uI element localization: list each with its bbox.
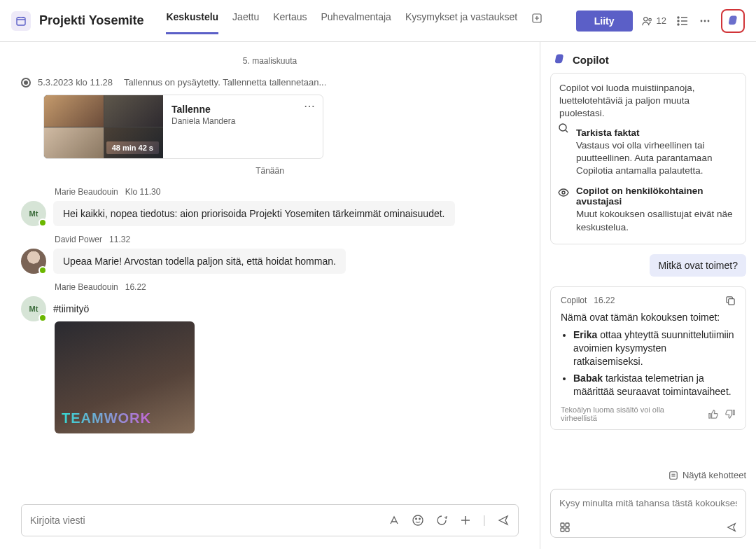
reply-author: Copilot [561,296,587,305]
system-time: 5.3.2023 klo 11.28 [38,77,113,88]
action-item: Babak tarkistaa telemetrian ja määrittää… [573,372,736,398]
copilot-info-card: Copilot voi luoda muistiinpanoja, luette… [550,73,746,244]
recording-card[interactable]: 48 min 42 s ⋯ Tallenne Daniela Mandera [43,95,323,159]
gif-caption: TEAMWORK [62,410,151,426]
loop-icon[interactable] [435,514,448,527]
thumbs-up-icon[interactable] [708,409,718,419]
facts-title: Tarkista faktat [576,127,737,138]
magnifier-icon [558,123,569,134]
more-icon[interactable] [699,15,711,27]
copilot-title: Copilot [573,54,609,66]
svg-point-3 [648,18,651,21]
format-icon[interactable] [388,514,400,527]
copilot-intro-text: Copilot voi luoda muistiinpanoja, luette… [559,82,737,120]
eye-icon [558,187,569,198]
presence-badge [38,266,47,274]
tab-recap[interactable]: Kertaus [273,7,307,34]
msg-author: Marie Beaudouin [55,282,118,292]
recording-author: Daniela Mandera [172,116,314,126]
meeting-title: Projekti Yosemite [39,13,144,28]
svg-point-4 [678,17,679,18]
svg-rect-0 [17,18,25,25]
record-icon [21,78,31,88]
svg-rect-18 [566,523,569,527]
recording-more-icon[interactable]: ⋯ [304,99,316,113]
svg-rect-19 [561,528,564,531]
msg-time: 11.32 [109,235,130,244]
tab-qa[interactable]: Kysymykset ja vastaukset [405,7,517,34]
plus-icon[interactable] [459,514,472,527]
send-icon[interactable] [726,522,737,533]
msg-time: Klo 11.30 [125,187,161,197]
ai-disclaimer: Tekoälyn luoma sisältö voi olla virheell… [561,405,694,422]
svg-rect-17 [561,523,564,527]
svg-point-14 [562,191,565,194]
facts-body: Vastaus voi olla virheellinen tai puutte… [576,139,737,178]
chat-column: 5. maaliskuuta 5.3.2023 klo 11.28 Tallen… [0,42,540,549]
action-item: Erika ottaa yhteyttä suunnittelutiimiin … [573,328,736,368]
compose-input[interactable] [30,515,388,526]
tab-bar: Keskustelu Jaettu Kertaus Puhevalmentaja… [160,7,567,34]
thumbs-down-icon[interactable] [725,409,736,419]
avatar[interactable]: Mt [21,296,46,321]
tab-speaker-coach[interactable]: Puhevalmentaja [321,7,391,34]
message-bubble: Hei kaikki, nopea tiedotus: aion prioris… [53,201,455,226]
system-text: Tallennus on pysäytetty. Tallennetta tal… [124,77,326,88]
svg-rect-16 [670,471,678,479]
copilot-toggle-button[interactable] [721,9,745,33]
presence-badge [38,314,47,322]
gif-attachment[interactable]: TEAMWORK [55,321,195,433]
avatar[interactable] [21,249,46,274]
tab-chat[interactable]: Keskustelu [166,7,218,34]
recording-thumbnail: 48 min 42 s [44,95,163,158]
msg-author: Marie Beaudouin [55,187,118,197]
copilot-panel: Copilot Copilot voi luoda muistiinpanoja… [540,42,756,549]
svg-point-5 [678,20,679,22]
copilot-reply-card: Copilot 16.22 Nämä ovat tämän kokouksen … [550,286,746,430]
msg-time: 16.22 [125,282,146,292]
compose-box[interactable]: | [21,504,519,536]
svg-point-7 [701,20,703,22]
meeting-header: Projekti Yosemite Keskustelu Jaettu Kert… [0,0,756,42]
header-controls: 12 [641,9,745,33]
recording-title: Tallenne [172,104,314,115]
emoji-icon[interactable] [412,514,424,527]
join-button[interactable]: Liity [576,11,633,32]
date-separator-today: Tänään [21,166,519,176]
svg-point-13 [559,124,566,131]
svg-point-10 [413,515,423,525]
copilot-user-message: Mitkä ovat toimet? [650,254,746,277]
message-bubble: Upeaa Marie! Arvostan todella paljon sit… [53,249,346,274]
calendar-icon [11,11,31,31]
bullet-list-icon[interactable] [676,15,689,27]
svg-rect-15 [729,298,734,304]
participant-count[interactable]: 12 [641,15,666,27]
copilot-logo-icon [553,53,566,66]
recording-duration: 48 min 42 s [106,141,159,154]
avatar[interactable]: Mt [21,201,46,226]
copy-icon[interactable] [725,296,736,306]
svg-point-8 [704,20,706,22]
personal-title: Copilot on henkilökohtainen avustajasi [576,186,737,207]
show-prompts-button[interactable]: Näytä kehotteet [540,463,756,485]
participant-number: 12 [657,15,666,26]
svg-point-6 [678,24,679,25]
svg-rect-20 [566,528,569,531]
svg-point-2 [643,17,647,20]
tab-shared[interactable]: Jaettu [232,7,259,34]
reply-time: 16.22 [594,296,615,305]
svg-point-9 [708,20,710,22]
reply-intro: Nämä ovat tämän kokouksen toimet: [561,312,736,323]
msg-author: David Power [55,235,102,244]
add-tab-icon[interactable] [531,7,542,34]
svg-point-12 [419,518,421,520]
message-bubble: #tiimityö [53,296,99,321]
copilot-input-box[interactable] [550,489,746,538]
svg-point-11 [416,518,417,520]
date-separator: 5. maaliskuuta [21,56,519,66]
send-icon[interactable] [497,514,510,527]
prompt-grid-icon[interactable] [559,522,570,533]
system-recording-row: 5.3.2023 klo 11.28 Tallennus on pysäytet… [21,77,519,88]
personal-body: Muut kokouksen osallistujat eivät näe ke… [576,208,737,233]
copilot-input[interactable] [559,498,737,508]
